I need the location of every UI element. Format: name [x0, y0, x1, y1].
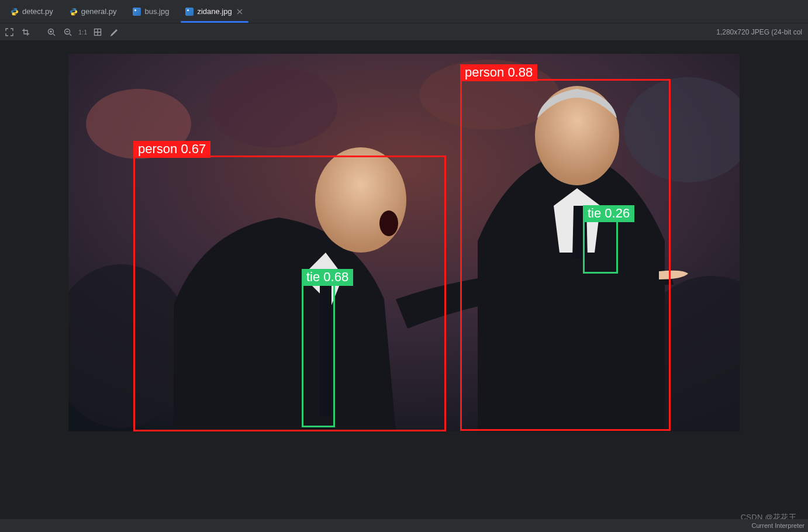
image-icon	[133, 8, 141, 16]
statusbar: Current Interpreter	[0, 519, 808, 532]
editor-tabstrip: detect.py general.py bus.jpg zidane.jpg	[0, 0, 808, 23]
fit-screen-icon[interactable]	[4, 26, 15, 38]
python-icon	[70, 8, 78, 16]
interpreter-label[interactable]: Current Interpreter	[752, 522, 804, 529]
zoom-out-icon[interactable]	[62, 26, 74, 38]
zoom-ratio-label: 1:1	[78, 29, 87, 36]
grid-icon[interactable]	[92, 26, 103, 38]
image-canvas[interactable]: person 0.67person 0.88tie 0.68tie 0.26	[68, 54, 740, 431]
bbox-person: person 0.88	[460, 79, 671, 431]
bbox-person: person 0.67	[133, 156, 446, 431]
zoom-in-icon[interactable]	[46, 26, 57, 38]
svg-point-5	[209, 65, 337, 147]
tab-zidane-jpg[interactable]: zidane.jpg	[177, 0, 251, 23]
image-viewport: person 0.67person 0.88tie 0.68tie 0.26	[0, 41, 808, 520]
bbox-label: tie 0.26	[583, 205, 634, 222]
image-icon	[185, 8, 194, 16]
bbox-tie: tie 0.26	[583, 220, 618, 274]
bbox-label: person 0.88	[460, 64, 537, 81]
tab-bus-jpg[interactable]: bus.jpg	[125, 0, 177, 23]
tab-general-py[interactable]: general.py	[61, 0, 125, 23]
tab-label: general.py	[81, 7, 117, 16]
python-icon	[11, 8, 19, 16]
bbox-label: tie 0.68	[302, 269, 353, 286]
tab-label: bus.jpg	[144, 7, 169, 16]
tab-detect-py[interactable]: detect.py	[2, 0, 61, 23]
bbox-tie: tie 0.68	[302, 284, 335, 427]
close-icon[interactable]	[236, 8, 244, 16]
tab-label: detect.py	[22, 7, 53, 16]
image-toolbar: 1:1 1,280x720 JPEG (24-bit col	[0, 23, 808, 41]
image-info-text: 1,280x720 JPEG (24-bit col	[716, 28, 804, 36]
color-picker-icon[interactable]	[108, 26, 120, 38]
bbox-label: person 0.67	[133, 141, 210, 158]
crop-icon[interactable]	[20, 26, 32, 38]
tab-label: zidane.jpg	[197, 7, 232, 16]
